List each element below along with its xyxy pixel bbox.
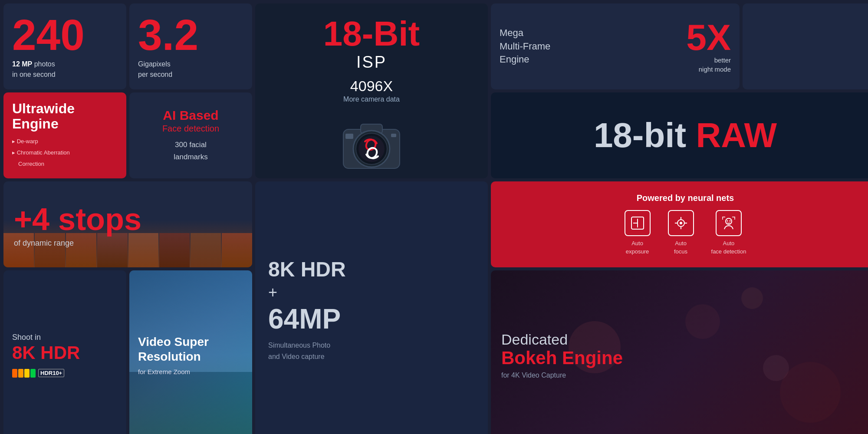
- hdr64-desc: Simultaneous Photo and Video capture: [268, 340, 330, 362]
- nn-exposure-item: Auto exposure: [625, 210, 651, 255]
- uw-bullet1: ▸ De-warp: [12, 136, 118, 147]
- bokeh-title1: Dedicated: [501, 331, 868, 349]
- ai-title: AI Based: [163, 108, 218, 123]
- nn-face-item: Auto face detection: [711, 210, 746, 255]
- ai-desc: 300 facial landmarks: [174, 139, 207, 162]
- uw-bullet3: Correction: [12, 158, 118, 170]
- card-spacer-right: [743, 3, 868, 89]
- bokeh-title2: Bokeh Engine: [501, 348, 868, 368]
- stops-desc: of dynamic range: [14, 239, 242, 248]
- isp-subtitle: ISP: [356, 53, 387, 72]
- vsr-line1: Video Super: [138, 335, 243, 349]
- stat-32-line1: Gigapixels: [138, 60, 171, 68]
- stat-240-time: in one second: [12, 71, 56, 78]
- uw-bullets: ▸ De-warp ▸ Chromatic Aberration Correct…: [12, 136, 118, 170]
- card-hdr64: 8K HDR + 64MP Simultaneous Photo and Vid…: [255, 181, 488, 434]
- card-isp: 18-Bit ISP 4096X More camera data: [255, 3, 488, 178]
- nn-focus-label: Auto focus: [674, 240, 687, 255]
- stat-240-mp: 12 MP: [12, 60, 32, 68]
- mmf-title: Mega Multi-Frame Engine: [500, 26, 677, 66]
- ai-subtitle: Face detection: [162, 124, 219, 134]
- stat-240-photos: photos: [32, 60, 55, 68]
- uw-line1: Ultrawide: [12, 101, 75, 116]
- nn-face-icon: [716, 210, 742, 236]
- raw-text: 18-bit RAW: [594, 115, 777, 155]
- stops-content: +4 stops of dynamic range: [14, 201, 242, 248]
- stat-32-line2: per second: [138, 71, 172, 78]
- nn-icons-row: Auto exposure Auto focus: [625, 210, 746, 255]
- svg-rect-5: [391, 134, 396, 137]
- bokeh-content: Dedicated Bokeh Engine for 4K Video Capt…: [501, 331, 868, 380]
- raw-suffix: RAW: [696, 116, 777, 155]
- card-ai: AI Based Face detection 300 facial landm…: [129, 92, 252, 178]
- vsr-title: Video Super Resolution: [138, 335, 243, 364]
- card-4stops: +4 stops of dynamic range: [3, 181, 252, 267]
- stat-32-desc: Gigapixels per second: [138, 59, 243, 80]
- camera-icon: [337, 112, 406, 174]
- stops-number: +4 stops: [14, 201, 242, 237]
- mmf-number: 5X: [686, 19, 731, 56]
- card-neural: Powered by neural nets Auto exposure: [491, 181, 868, 267]
- shoot-line2: 8K HDR: [12, 344, 80, 362]
- uw-bullet2: ▸ Chromatic Aberration: [12, 147, 118, 158]
- vsr-sub: for Extreme Zoom: [138, 368, 243, 375]
- card-bokeh: Dedicated Bokeh Engine for 4K Video Capt…: [491, 270, 868, 434]
- stat-32-number: 3.2: [138, 13, 243, 56]
- vsr-line2: Resolution: [138, 349, 243, 364]
- mmf-desc: better night mode: [686, 56, 731, 74]
- nn-exposure-icon: [625, 210, 651, 236]
- shoot-line1: Shoot in: [12, 333, 41, 342]
- nn-title: Powered by neural nets: [637, 193, 734, 203]
- hdr64-line2: 64MP: [268, 305, 341, 333]
- svg-point-11: [680, 222, 682, 224]
- nn-face-label: Auto face detection: [711, 240, 746, 255]
- card-mmf: Mega Multi-Frame Engine 5X better night …: [491, 3, 740, 89]
- card-vsr: Video Super Resolution for Extreme Zoom: [129, 270, 252, 434]
- svg-point-18: [729, 220, 730, 222]
- bokeh-sub: for 4K Video Capture: [501, 372, 868, 379]
- svg-rect-6: [345, 134, 353, 139]
- card-32: 3.2 Gigapixels per second: [129, 3, 252, 89]
- svg-point-17: [727, 220, 728, 222]
- card-240: 240 12 MP photos in one second: [3, 3, 126, 89]
- nn-exposure-label: Auto exposure: [626, 240, 649, 255]
- isp-desc: More camera data: [343, 95, 400, 103]
- isp-title: 18-Bit: [323, 16, 420, 51]
- hdr-logo-text: HDR10+: [40, 370, 62, 376]
- nn-focus-icon: [668, 210, 694, 236]
- isp-zoom: 4096X: [350, 78, 393, 95]
- stat-240-desc: 12 MP photos in one second: [12, 59, 118, 80]
- hdr64-plus: +: [268, 283, 277, 302]
- card-shoot8k: Shoot in 8K HDR HDR10+: [3, 270, 126, 434]
- card-ultrawide: Ultrawide Engine ▸ De-warp ▸ Chromatic A…: [3, 92, 126, 178]
- raw-prefix: 18-bit: [594, 116, 696, 155]
- hdr64-line1: 8K HDR: [268, 259, 346, 280]
- nn-focus-item: Auto focus: [668, 210, 694, 255]
- uw-title: Ultrawide Engine: [12, 101, 118, 132]
- uw-line2: Engine: [12, 116, 59, 132]
- card-raw: 18-bit RAW: [491, 92, 868, 178]
- stat-240-number: 240: [12, 13, 118, 56]
- hdr-logo: HDR10+: [12, 369, 64, 378]
